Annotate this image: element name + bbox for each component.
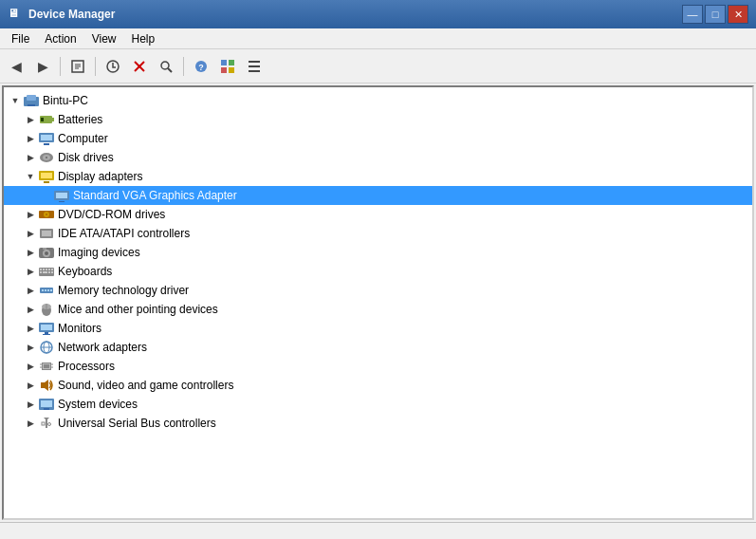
expand-batteries[interactable]: ▶ (23, 112, 38, 127)
tree-item-processors[interactable]: ▶ Processors (4, 357, 752, 376)
tree-item-ide[interactable]: ▶ IDE ATA/ATAPI controllers (4, 224, 752, 243)
sound-icon (38, 378, 55, 393)
expand-root[interactable]: ▼ (8, 93, 23, 108)
tree-item-memory[interactable]: ▶ Memory technology driver (4, 281, 752, 300)
svg-rect-80 (41, 400, 52, 407)
svg-rect-54 (51, 271, 53, 273)
svg-rect-14 (229, 67, 234, 73)
svg-rect-47 (43, 269, 45, 270)
minimize-button[interactable]: — (682, 5, 703, 24)
svg-rect-57 (45, 289, 46, 291)
tree-item-computer[interactable]: ▶ Computer (4, 129, 752, 148)
batteries-icon (38, 112, 55, 127)
menu-view[interactable]: View (84, 30, 124, 47)
usb-icon (38, 416, 55, 431)
uninstall-button[interactable] (127, 54, 152, 79)
expand-sound[interactable]: ▶ (23, 378, 38, 393)
menu-action[interactable]: Action (37, 30, 83, 47)
expand-keyboards[interactable]: ▶ (23, 264, 38, 279)
forward-button[interactable]: ▶ (30, 54, 55, 79)
scan-button[interactable] (154, 54, 178, 79)
display-icon (38, 169, 55, 184)
ide-icon (38, 226, 55, 241)
tree-item-dvd[interactable]: ▶ DVD/CD-ROM drives (4, 205, 752, 224)
title-bar-left: 🖥 Device Manager (8, 7, 115, 22)
expand-imaging[interactable]: ▶ (23, 245, 38, 260)
extra-button[interactable] (242, 54, 267, 79)
maximize-button[interactable]: □ (705, 5, 726, 24)
tree-item-keyboards[interactable]: ▶ Keyboards (4, 262, 752, 281)
tree-item-disk[interactable]: ▶ Disk drives (4, 148, 752, 167)
svg-marker-83 (44, 418, 49, 420)
svg-rect-31 (41, 173, 52, 178)
tree-item-network[interactable]: ▶ Network adapters (4, 338, 752, 357)
tree-item-usb[interactable]: ▶ Universal Serial Bus controllers (4, 414, 752, 433)
svg-rect-15 (249, 61, 260, 63)
title-bar-controls: — □ ✕ (682, 5, 748, 24)
help-button[interactable]: ? (189, 54, 213, 79)
svg-text:?: ? (198, 63, 204, 72)
tree-item-imaging[interactable]: ▶ Imaging devices (4, 243, 752, 262)
menu-file[interactable]: File (4, 30, 37, 47)
expand-processors[interactable]: ▶ (23, 359, 38, 374)
svg-rect-23 (41, 118, 44, 121)
tree-item-sound[interactable]: ▶ Sound, video and game controllers (4, 376, 752, 395)
svg-rect-22 (52, 118, 54, 121)
status-bar (0, 522, 756, 539)
menu-help[interactable]: Help (124, 30, 163, 47)
tree-item-vga[interactable]: Standard VGA Graphics Adapter (4, 186, 752, 205)
tree-item-batteries[interactable]: ▶ Batteries (4, 110, 752, 129)
tree-root[interactable]: ▼ Bintu-PC (4, 91, 752, 110)
imaging-label: Imaging devices (58, 246, 140, 259)
root-label: Bintu-PC (43, 94, 88, 107)
close-button[interactable]: ✕ (728, 5, 748, 24)
device-tree[interactable]: ▼ Bintu-PC ▶ Batteries ▶ Computer ▶ (4, 87, 752, 518)
tree-item-monitors[interactable]: ▶ Monitors (4, 319, 752, 338)
expand-ide[interactable]: ▶ (23, 226, 38, 241)
root-icon (23, 93, 40, 108)
app-icon: 🖥 (8, 7, 23, 22)
vga-icon (53, 188, 70, 203)
action-button-2[interactable] (215, 54, 240, 79)
properties-button[interactable] (65, 54, 90, 79)
svg-point-43 (45, 251, 48, 255)
expand-system[interactable]: ▶ (23, 397, 38, 412)
svg-rect-81 (44, 408, 49, 410)
svg-point-38 (46, 214, 47, 215)
menu-bar: File Action View Help (0, 28, 756, 49)
monitors-label: Monitors (58, 322, 101, 335)
expand-dvd[interactable]: ▶ (23, 207, 38, 222)
expand-computer[interactable]: ▶ (23, 131, 38, 146)
svg-rect-58 (47, 289, 49, 291)
svg-line-8 (168, 68, 172, 72)
dvd-icon (38, 207, 55, 222)
window-title: Device Manager (28, 8, 115, 21)
svg-rect-40 (42, 231, 51, 236)
expand-usb[interactable]: ▶ (23, 416, 38, 431)
dvd-label: DVD/CD-ROM drives (58, 208, 165, 221)
svg-rect-56 (42, 289, 44, 291)
toolbar-sep-2 (95, 57, 96, 76)
expand-memory[interactable]: ▶ (23, 283, 38, 298)
expand-monitors[interactable]: ▶ (23, 321, 38, 336)
tree-item-mice[interactable]: ▶ Mice and other pointing devices (4, 300, 752, 319)
svg-marker-78 (41, 380, 48, 391)
computer-label: Computer (58, 132, 108, 145)
update-driver-button[interactable] (101, 54, 125, 79)
tree-item-system[interactable]: ▶ System devices (4, 395, 752, 414)
svg-point-7 (161, 62, 169, 69)
svg-rect-25 (41, 135, 52, 140)
expand-display[interactable]: ▼ (23, 169, 38, 184)
svg-rect-44 (43, 248, 46, 250)
network-icon (38, 340, 55, 355)
svg-rect-66 (45, 332, 48, 334)
toolbar-sep-3 (183, 57, 184, 76)
expand-disk[interactable]: ▶ (23, 150, 38, 165)
svg-rect-52 (43, 271, 47, 273)
tree-item-display[interactable]: ▼ Display adapters (4, 167, 752, 186)
expand-network[interactable]: ▶ (23, 340, 38, 355)
svg-rect-49 (48, 269, 50, 270)
ide-label: IDE ATA/ATAPI controllers (58, 227, 190, 240)
back-button[interactable]: ◀ (4, 54, 28, 79)
expand-mice[interactable]: ▶ (23, 302, 38, 317)
